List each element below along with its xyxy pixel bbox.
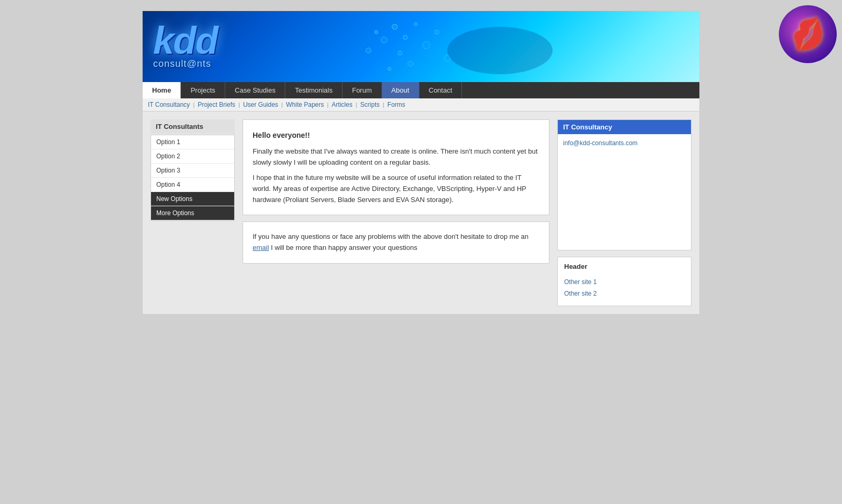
right-box-consultancy-content: info@kdd-consultants.com — [558, 134, 691, 250]
sidebar-menu: Option 1 Option 2 Option 3 Option 4 New … — [151, 135, 235, 221]
site-header: kdd consult@nts — [143, 11, 699, 82]
intro-para-2: I hope that in the future my website wil… — [253, 173, 539, 205]
main-content: Hello everyone!! Finally the website tha… — [243, 119, 549, 306]
site-container: kdd consult@nts Home Projects Case Studi… — [142, 11, 700, 315]
other-site-1-link[interactable]: Other site 1 — [564, 277, 685, 288]
sep-4: | — [327, 102, 329, 108]
lips-emoji: 💋 — [787, 14, 829, 54]
sep-3: | — [282, 102, 283, 108]
greeting-text: Hello everyone!! — [253, 129, 539, 141]
nav-forum[interactable]: Forum — [343, 82, 382, 98]
nav-projects[interactable]: Projects — [181, 82, 225, 98]
sep-1: | — [193, 102, 195, 108]
svg-point-12 — [447, 27, 553, 74]
svg-point-6 — [408, 61, 413, 66]
sep-2: | — [238, 102, 240, 108]
intro-para-1: Finally the website that I've always wan… — [253, 146, 539, 168]
sidebar-option-2[interactable]: Option 2 — [151, 149, 234, 164]
svg-point-10 — [444, 55, 450, 62]
consultancy-email[interactable]: info@kdd-consultants.com — [563, 139, 638, 147]
top-decoration: 💋 — [779, 5, 837, 63]
left-sidebar: IT Consultants Option 1 Option 2 Option … — [151, 119, 235, 306]
main-nav: Home Projects Case Studies Testimonials … — [143, 82, 699, 98]
nav-case-studies[interactable]: Case Studies — [225, 82, 285, 98]
sec-nav-project-briefs[interactable]: Project Briefs — [198, 101, 235, 108]
logo-sub: consult@nts — [153, 58, 217, 69]
svg-point-3 — [414, 23, 417, 26]
svg-point-8 — [388, 67, 391, 70]
nav-testimonials[interactable]: Testimonials — [285, 82, 343, 98]
sep-6: | — [383, 102, 384, 108]
content-box-1: Hello everyone!! Finally the website tha… — [243, 119, 549, 215]
right-box-links-content: Other site 1 Other site 2 — [558, 274, 691, 306]
sidebar-option-3[interactable]: Option 3 — [151, 164, 234, 178]
svg-point-7 — [435, 30, 439, 34]
sec-nav-white-papers[interactable]: White Papers — [286, 101, 324, 108]
svg-point-1 — [403, 35, 407, 39]
sec-nav-scripts[interactable]: Scripts — [360, 101, 380, 108]
other-site-2-link[interactable]: Other site 2 — [564, 288, 685, 300]
nav-contact[interactable]: Contact — [419, 82, 463, 98]
email-link[interactable]: email — [253, 244, 269, 251]
content-box-2: If you have any questions or face any pr… — [243, 221, 549, 264]
secondary-nav: IT Consultancy | Project Briefs | User G… — [143, 98, 699, 112]
sec-nav-forms[interactable]: Forms — [387, 101, 405, 108]
content-area: IT Consultants Option 1 Option 2 Option … — [143, 112, 699, 314]
right-box-consultancy-header: IT Consultancy — [558, 120, 691, 134]
contact-text: If you have any questions or face any pr… — [253, 231, 539, 254]
svg-point-0 — [392, 24, 397, 29]
sep-5: | — [356, 102, 357, 108]
svg-point-4 — [423, 42, 430, 49]
svg-point-9 — [366, 48, 371, 53]
sidebar-more-options[interactable]: More Options — [151, 206, 234, 220]
sidebar-new-options[interactable]: New Options — [151, 192, 234, 206]
svg-point-2 — [381, 37, 387, 43]
sec-nav-user-guides[interactable]: User Guides — [243, 101, 278, 108]
header-logo: kdd consult@nts — [143, 16, 228, 78]
right-box-links-header: Header — [558, 257, 691, 274]
contact-text-before: If you have any questions or face any pr… — [253, 233, 528, 240]
sec-nav-articles[interactable]: Articles — [332, 101, 352, 108]
contact-text-after2: I will be more than happy answer your qu… — [271, 244, 417, 251]
right-box-consultancy: IT Consultancy info@kdd-consultants.com — [557, 119, 691, 250]
logo-kdd: kdd — [153, 24, 217, 58]
right-box-links: Header Other site 1 Other site 2 — [557, 257, 691, 306]
sidebar-title: IT Consultants — [151, 119, 235, 134]
page-wrapper: kdd consult@nts Home Projects Case Studi… — [142, 0, 700, 325]
right-sidebar: IT Consultancy info@kdd-consultants.com … — [557, 119, 691, 306]
nav-about[interactable]: About — [382, 82, 419, 98]
lips-logo: 💋 — [779, 5, 837, 63]
sec-nav-it-consultancy[interactable]: IT Consultancy — [148, 101, 190, 108]
sidebar-option-4[interactable]: Option 4 — [151, 178, 234, 192]
svg-point-11 — [375, 31, 378, 34]
sidebar-option-1[interactable]: Option 1 — [151, 135, 234, 149]
nav-home[interactable]: Home — [143, 82, 181, 98]
svg-point-5 — [398, 51, 402, 55]
